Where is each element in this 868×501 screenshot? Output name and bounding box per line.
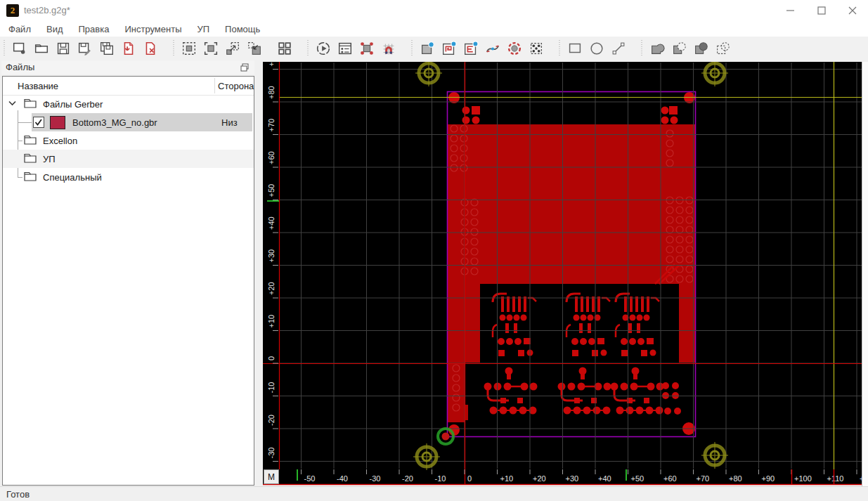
status-bar: Готов <box>0 486 868 501</box>
toolbar-handle[interactable] <box>171 40 176 57</box>
toolbar-handle[interactable] <box>306 40 310 57</box>
close-button[interactable] <box>837 0 868 21</box>
tree-row-excellon[interactable]: Excellon <box>3 131 254 150</box>
save-button[interactable] <box>53 39 72 58</box>
boolean-xor-button[interactable] <box>713 39 732 58</box>
units-button[interactable]: M <box>264 470 279 484</box>
ruler-label: -30 <box>267 448 276 459</box>
menu-view[interactable]: Вид <box>39 22 70 36</box>
ruler-label: +110 <box>827 474 844 483</box>
column-separator[interactable] <box>214 78 215 93</box>
app-icon: 2 <box>6 4 19 17</box>
zoom-fit-object-button[interactable] <box>179 39 198 58</box>
ruler-label: +80 <box>267 86 276 99</box>
ruler-label: -50 <box>304 474 316 483</box>
column-name[interactable]: Название <box>18 81 58 91</box>
folder-icon <box>23 152 37 164</box>
draw-circle-button[interactable] <box>587 39 606 58</box>
transform-points-icon <box>358 40 375 57</box>
minimize-button[interactable] <box>775 0 806 21</box>
execute-program-button[interactable] <box>313 39 332 58</box>
properties-dialog-button[interactable] <box>335 39 354 58</box>
draw-line-button[interactable] <box>609 39 628 58</box>
save-copy-button[interactable] <box>97 39 116 58</box>
snap-to-grid-button[interactable] <box>379 39 398 58</box>
toolbar-handle[interactable] <box>557 40 562 57</box>
window-title: test2b.g2g* <box>24 5 70 15</box>
open-file-button[interactable] <box>32 39 51 58</box>
transform-points-button[interactable] <box>357 39 376 58</box>
files-panel-title: Файлы <box>6 62 34 72</box>
tree-row-special[interactable]: Специальный <box>3 168 254 186</box>
import-file-button[interactable] <box>119 39 138 58</box>
draw-rectangle-icon <box>566 40 583 57</box>
boolean-intersect-button[interactable] <box>691 39 710 58</box>
status-message: Готов <box>6 489 30 500</box>
close-file-button[interactable] <box>141 39 160 58</box>
menu-edit[interactable]: Правка <box>72 22 117 36</box>
boolean-xor-icon <box>714 40 731 57</box>
zoom-window-icon <box>202 40 219 57</box>
new-layer-icon <box>419 40 436 57</box>
drill-layer-button[interactable] <box>461 39 480 58</box>
edit-curve-button[interactable] <box>483 39 502 58</box>
canvas-right-edge <box>862 62 868 486</box>
menu-tools[interactable]: Инструменты <box>117 22 188 36</box>
zoom-fit-object-icon <box>181 40 197 57</box>
toolbar-handle[interactable] <box>410 40 414 57</box>
chevron-down-icon[interactable] <box>8 100 16 106</box>
toolbar <box>0 37 868 60</box>
ruler-label: +100 <box>794 474 812 483</box>
maximize-button[interactable] <box>806 0 837 21</box>
arrange-windows-button[interactable] <box>275 39 294 58</box>
menu-bar: Файл Вид Правка Инструменты УП Помощь <box>0 21 868 37</box>
main-area: Файлы Название Сторона Файлы Gerber <box>0 60 868 486</box>
ruler-label: +70 <box>267 119 276 132</box>
aperture-target-button[interactable] <box>505 39 524 58</box>
zoom-window-button[interactable] <box>201 39 220 58</box>
new-file-button[interactable] <box>10 39 29 58</box>
ruler-label: -10 <box>435 474 446 483</box>
toolbar-handle[interactable] <box>2 40 6 57</box>
aperture-target-icon <box>506 40 523 57</box>
menu-up[interactable]: УП <box>190 22 216 36</box>
drill-layer-icon <box>462 40 479 57</box>
menu-file[interactable]: Файл <box>1 22 38 36</box>
boolean-union-button[interactable] <box>647 39 666 58</box>
file-label: Bottom3_MG_no.gbr <box>72 117 157 128</box>
ruler-label: +40 <box>267 216 276 230</box>
ruler-label: -30 <box>370 474 381 483</box>
ruler-label: +80 <box>729 474 742 483</box>
layer-color-swatch[interactable] <box>50 116 65 129</box>
ruler-label: +90 <box>762 474 775 483</box>
cad-viewport[interactable]: +90+80+70+60+50+40+30+20+100-10-20-30 -5… <box>263 62 868 486</box>
files-panel-header[interactable]: Файлы <box>1 60 254 74</box>
ruler-label: +20 <box>267 282 276 295</box>
gerber-layer-icon <box>441 40 458 57</box>
float-panel-icon[interactable] <box>240 63 249 72</box>
layer-visibility-checkbox[interactable] <box>33 117 44 128</box>
menu-help[interactable]: Помощь <box>218 22 267 36</box>
zoom-out-selection-button[interactable] <box>223 39 242 58</box>
save-icon <box>55 40 72 57</box>
tree-row-gerber-group[interactable]: Файлы Gerber <box>3 95 254 113</box>
point-set-button[interactable] <box>526 39 545 58</box>
new-layer-button[interactable] <box>417 39 436 58</box>
files-tree: Название Сторона Файлы Gerber <box>2 76 254 486</box>
draw-rectangle-button[interactable] <box>565 39 584 58</box>
tree-column-header[interactable]: Название Сторона <box>3 77 254 96</box>
gerber-layer-button[interactable] <box>439 39 458 58</box>
tree-row-up[interactable]: УП <box>3 150 254 168</box>
column-side[interactable]: Сторона <box>218 81 254 91</box>
zoom-in-selection-button[interactable] <box>245 39 264 58</box>
application-window: 2 test2b.g2g* Файл Вид Правка Инструмент… <box>0 0 868 501</box>
tree-row-gerber-file[interactable]: Bottom3_MG_no.gbr Низ <box>3 113 254 131</box>
new-file-icon <box>11 40 28 57</box>
minimize-icon <box>786 6 795 15</box>
zoom-in-selection-icon <box>246 40 263 57</box>
toolbar-handle[interactable] <box>640 40 644 57</box>
save-as-button[interactable] <box>75 39 94 58</box>
boolean-union-icon <box>649 40 666 57</box>
boolean-subtract-button[interactable] <box>669 39 688 58</box>
group-label: УП <box>43 154 56 164</box>
